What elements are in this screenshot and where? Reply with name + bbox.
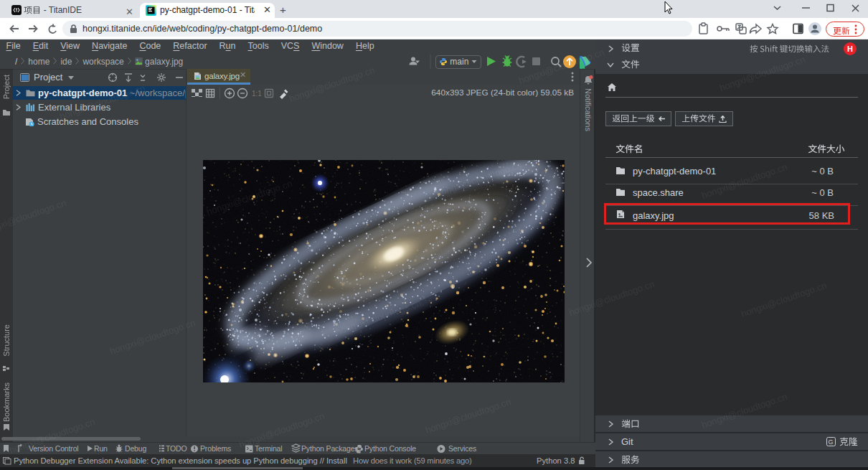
svg-text:G: G <box>829 438 834 446</box>
svg-text:1:1: 1:1 <box>252 90 262 98</box>
